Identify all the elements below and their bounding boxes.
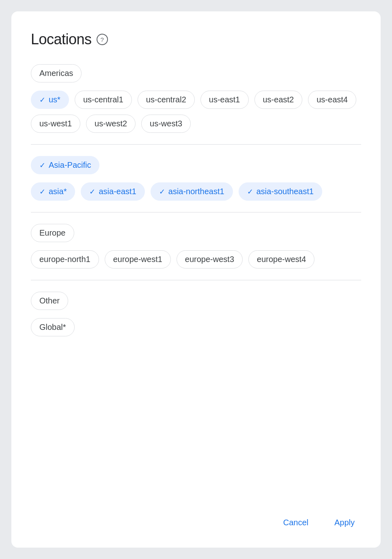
chip-global-[interactable]: Global*	[31, 318, 75, 336]
sections-container: Americas✓us*us-central1us-central2us-eas…	[31, 64, 361, 342]
check-icon: ✓	[39, 187, 45, 196]
section-divider	[31, 144, 361, 145]
help-icon[interactable]: ?	[97, 34, 108, 45]
section-americas: Americas✓us*us-central1us-central2us-eas…	[31, 64, 361, 133]
chip-asia-[interactable]: ✓asia*	[31, 182, 75, 201]
chip-us-east2[interactable]: us-east2	[254, 91, 303, 109]
apply-button[interactable]: Apply	[328, 514, 361, 531]
chip-label: europe-north1	[39, 255, 90, 264]
check-icon: ✓	[89, 187, 95, 196]
section-header-label: Other	[39, 296, 60, 306]
chip-us-central1[interactable]: us-central1	[75, 91, 132, 109]
chip-label: Global*	[39, 323, 66, 332]
chip-label: us-central2	[146, 95, 186, 104]
dialog-header: Locations ?	[31, 31, 361, 48]
section-header-label: Asia-Pacific	[49, 160, 91, 170]
chip-label: us-east4	[317, 95, 348, 104]
chips-row-europe: europe-north1europe-west1europe-west3eur…	[31, 250, 361, 269]
section-header-label: Americas	[39, 69, 73, 78]
chip-europe-north1[interactable]: europe-north1	[31, 250, 99, 269]
section-europe: Europeeurope-north1europe-west1europe-we…	[31, 224, 361, 269]
chip-label: europe-west3	[185, 255, 234, 264]
check-icon: ✓	[247, 187, 253, 196]
chip-us-east4[interactable]: us-east4	[308, 91, 356, 109]
section-header-other[interactable]: Other	[31, 292, 68, 310]
chip-us-central2[interactable]: us-central2	[138, 91, 195, 109]
chip-asia-northeast1[interactable]: ✓asia-northeast1	[151, 182, 233, 201]
dialog-footer: Cancel Apply	[31, 501, 361, 531]
chip-label: asia-northeast1	[168, 187, 224, 196]
chip-us-west3[interactable]: us-west3	[141, 115, 191, 133]
locations-dialog: Locations ? Americas✓us*us-central1us-ce…	[11, 11, 381, 548]
chips-row-asia-pacific: ✓asia*✓asia-east1✓asia-northeast1✓asia-s…	[31, 182, 361, 201]
chip-label: us-east1	[209, 95, 240, 104]
chip-label: asia-southeast1	[256, 187, 314, 196]
chip-us-[interactable]: ✓us*	[31, 91, 69, 109]
chip-europe-west1[interactable]: europe-west1	[105, 250, 171, 269]
chip-label: us*	[49, 95, 60, 104]
chips-row-other: Global*	[31, 318, 361, 336]
chip-us-west2[interactable]: us-west2	[86, 115, 136, 133]
chip-europe-west3[interactable]: europe-west3	[177, 250, 243, 269]
section-other: OtherGlobal*	[31, 292, 361, 336]
chip-label: us-west2	[95, 119, 127, 128]
section-header-europe[interactable]: Europe	[31, 224, 74, 242]
chip-label: asia-east1	[99, 187, 136, 196]
check-icon: ✓	[39, 161, 45, 170]
chip-europe-west4[interactable]: europe-west4	[248, 250, 314, 269]
chip-label: us-west1	[39, 119, 72, 128]
section-header-asia-pacific[interactable]: ✓Asia-Pacific	[31, 156, 99, 174]
chip-us-east1[interactable]: us-east1	[200, 91, 249, 109]
dialog-title: Locations	[31, 31, 92, 48]
section-divider	[31, 280, 361, 280]
section-asia-pacific: ✓Asia-Pacific✓asia*✓asia-east1✓asia-nort…	[31, 156, 361, 201]
chip-asia-southeast1[interactable]: ✓asia-southeast1	[239, 182, 322, 201]
check-icon: ✓	[39, 95, 45, 104]
chip-label: us-central1	[83, 95, 123, 104]
chip-label: europe-west1	[113, 255, 162, 264]
check-icon: ✓	[159, 187, 165, 196]
section-divider	[31, 212, 361, 212]
chip-label: europe-west4	[257, 255, 306, 264]
chips-row-americas: ✓us*us-central1us-central2us-east1us-eas…	[31, 91, 361, 133]
section-header-label: Europe	[39, 228, 66, 238]
chip-us-west1[interactable]: us-west1	[31, 115, 80, 133]
chip-label: asia*	[49, 187, 67, 196]
section-header-americas[interactable]: Americas	[31, 64, 82, 82]
chip-asia-east1[interactable]: ✓asia-east1	[81, 182, 144, 201]
chip-label: us-east2	[263, 95, 294, 104]
cancel-button[interactable]: Cancel	[277, 514, 315, 531]
chip-label: us-west3	[150, 119, 182, 128]
